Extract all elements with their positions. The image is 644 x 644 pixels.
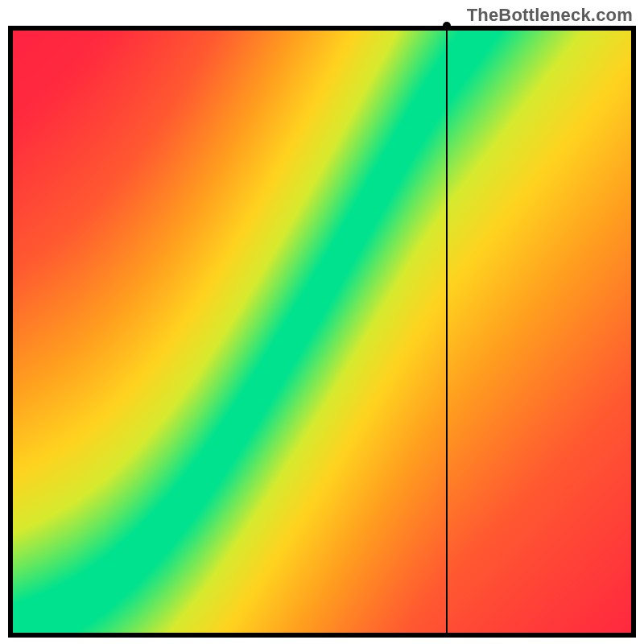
plot-frame xyxy=(8,26,636,638)
watermark-text: TheBottleneck.com xyxy=(467,5,633,26)
chart-container: TheBottleneck.com xyxy=(0,0,644,644)
heatmap-canvas xyxy=(13,31,631,633)
guide-marker-dot xyxy=(443,22,451,30)
